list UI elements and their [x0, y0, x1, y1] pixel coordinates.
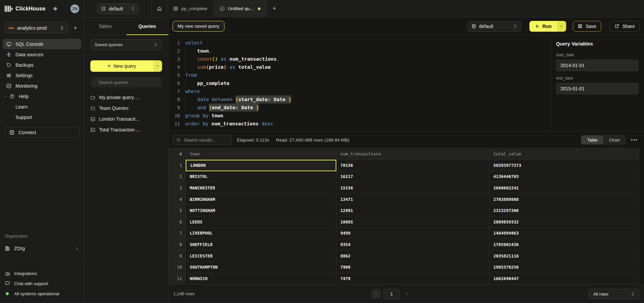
table-cell[interactable]: 10865 [336, 216, 489, 228]
table-cell[interactable]: 12981 [336, 205, 489, 216]
query-list-item[interactable]: My private query ... [90, 92, 162, 103]
end-date-input[interactable] [556, 83, 639, 94]
sidebar-item-learn[interactable]: Learn [3, 101, 81, 112]
sql-editor[interactable]: 1select2town,3count() as num_transaction… [168, 35, 550, 131]
table-cell[interactable]: 10 [168, 262, 186, 273]
table-cell[interactable]: 1765902436 [489, 239, 639, 250]
new-tab-button[interactable]: + [267, 0, 282, 18]
table-cell[interactable]: 9 [168, 250, 186, 262]
table-cell[interactable]: 9499 [336, 228, 489, 239]
refresh-icon[interactable] [139, 6, 151, 11]
run-database-selector[interactable]: default [467, 21, 521, 32]
new-query-button[interactable]: + New query [90, 60, 162, 72]
tab-untitled-query[interactable]: Untitled qu... [213, 0, 267, 18]
table-cell[interactable]: 1662690447 [489, 273, 639, 284]
table-cell[interactable]: 1 [168, 160, 186, 171]
view-table-button[interactable]: Table [581, 135, 603, 144]
table-cell[interactable]: 2660602241 [489, 182, 639, 194]
table-cell[interactable]: NOTTINGHAM [186, 205, 336, 216]
run-button[interactable]: Run [529, 21, 566, 32]
column-header[interactable]: # [168, 148, 186, 160]
line-number: 4 [168, 63, 180, 71]
table-cell[interactable]: LONDON [186, 160, 336, 171]
table-cell[interactable]: 8 [168, 239, 186, 250]
sidebar-item-help[interactable]: Help [3, 91, 81, 101]
table-cell[interactable]: 2035821116 [489, 250, 639, 262]
table-cell[interactable]: LEICESTER [186, 250, 336, 262]
home-tab[interactable] [151, 0, 167, 18]
table-cell[interactable]: 2 [168, 171, 186, 183]
table-cell[interactable]: NORWICH [186, 273, 336, 284]
table-cell[interactable]: LIVERPOOL [186, 228, 336, 239]
run-options-dropdown[interactable] [557, 21, 566, 32]
table-cell[interactable]: 6 [168, 216, 186, 228]
table-cell[interactable]: 4136446703 [489, 171, 639, 183]
start-date-input[interactable] [556, 60, 639, 71]
table-cell[interactable]: 7908 [336, 262, 489, 273]
column-header[interactable]: total_value [489, 148, 639, 160]
table-row: 11NORWICH74791662690447 [168, 273, 639, 284]
next-page-button[interactable] [402, 289, 411, 299]
search-results-input[interactable] [183, 137, 228, 143]
table-cell[interactable]: 2703899808 [489, 194, 639, 205]
table-cell[interactable]: 13471 [336, 194, 489, 205]
connect-button[interactable]: Connect [5, 127, 79, 138]
previous-page-button[interactable] [371, 289, 381, 299]
view-chart-button[interactable]: Chart [603, 135, 625, 144]
search-queries-input[interactable] [98, 80, 159, 85]
table-cell[interactable]: 11 [168, 273, 186, 284]
sidebar-item-chat-support[interactable]: Chat with support [5, 278, 79, 289]
tab-tables[interactable]: Tables [84, 18, 126, 35]
table-cell[interactable]: 78156 [336, 160, 489, 171]
current-page[interactable]: 1 [383, 289, 400, 299]
collapse-sidebar-icon[interactable] [84, 6, 96, 11]
table-cell[interactable]: 9354 [336, 239, 489, 250]
table-cell[interactable]: 2089859332 [489, 216, 639, 228]
table-cell[interactable]: BIRMINGHAM [186, 194, 336, 205]
sidebar-item-settings[interactable]: Settings [3, 70, 81, 81]
service-selector[interactable]: aws analytics-prod [5, 22, 68, 33]
system-status[interactable]: All systems operational [5, 289, 79, 299]
table-cell[interactable]: 1965378256 [489, 262, 639, 273]
table-cell[interactable]: 2313297306 [489, 205, 639, 216]
sidebar-item-backups[interactable]: Backups [3, 60, 81, 70]
table-cell[interactable]: SHEFFIELD [186, 239, 336, 250]
query-list-item[interactable]: London Transacti... [90, 114, 162, 124]
column-header[interactable]: num_transactions [336, 148, 489, 160]
saved-queries-selector[interactable]: Saved queries [90, 39, 162, 50]
save-button[interactable]: Save [573, 21, 601, 32]
table-cell[interactable]: MANCHESTER [186, 182, 336, 194]
page-size-selector[interactable]: All rows [589, 289, 639, 299]
table-cell[interactable]: 4 [168, 194, 186, 205]
new-query-dropdown[interactable] [153, 60, 162, 72]
organization-switcher[interactable]: ZOrg [5, 243, 79, 253]
table-cell[interactable]: 8862 [336, 250, 489, 262]
table-cell[interactable]: LEEDS [186, 216, 336, 228]
table-cell[interactable]: BRISTOL [186, 171, 336, 183]
column-header[interactable]: town [186, 148, 336, 160]
add-service-button[interactable]: + [71, 24, 79, 32]
table-cell[interactable]: 1464994863 [489, 228, 639, 239]
query-list-item[interactable]: Team Queries [90, 103, 162, 114]
table-cell[interactable]: 16217 [336, 171, 489, 183]
saved-query-tab[interactable]: My new saved query [173, 21, 224, 32]
sidebar-item-support[interactable]: Support [3, 112, 81, 122]
table-cell[interactable]: 7 [168, 228, 186, 239]
results-more-menu-icon[interactable]: ••• [631, 137, 638, 143]
sidebar-item-monitoring[interactable]: Monitoring [3, 81, 81, 91]
table-cell[interactable]: 56593977373 [489, 160, 639, 171]
share-button[interactable]: Share [610, 21, 640, 32]
table-cell[interactable]: SOUTHAMPTON [186, 262, 336, 273]
tab-queries[interactable]: Queries [126, 18, 168, 35]
topbar-database-selector[interactable]: default [97, 3, 139, 14]
table-cell[interactable]: 15156 [336, 182, 489, 194]
sidebar-item-integrations[interactable]: Integrations [5, 268, 79, 278]
sidebar-item-sql-console[interactable]: SQL Console [3, 39, 81, 49]
table-cell[interactable]: 5 [168, 205, 186, 216]
sidebar-item-data-sources[interactable]: Data sources [3, 49, 81, 60]
query-list-item[interactable]: Total Transaction ... [90, 124, 162, 135]
tab-pp-complete[interactable]: pp_complete [167, 0, 213, 18]
avatar[interactable]: ZN [70, 4, 79, 13]
table-cell[interactable]: 7479 [336, 273, 489, 284]
table-cell[interactable]: 3 [168, 182, 186, 194]
